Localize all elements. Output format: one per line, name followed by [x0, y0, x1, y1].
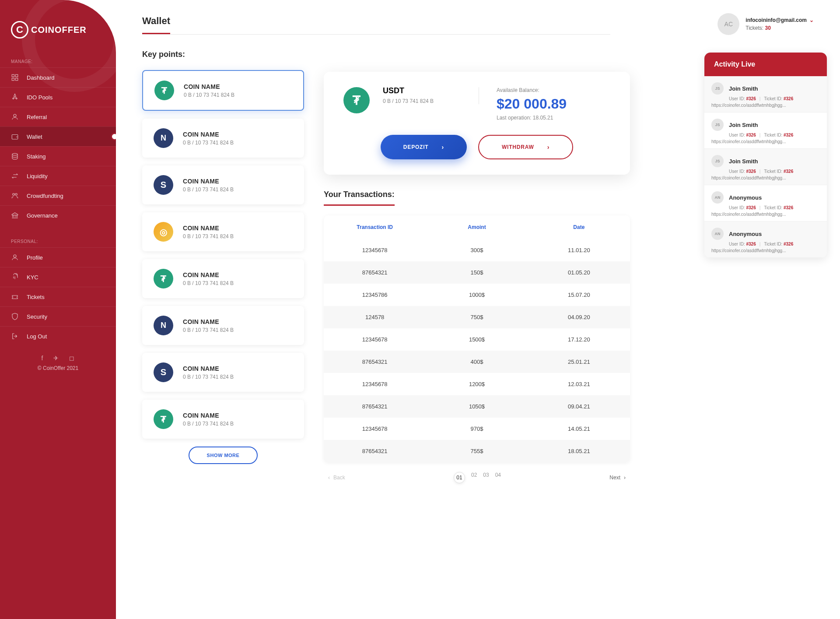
activity-meta: User ID: #326|Ticket ID: #326: [729, 242, 820, 246]
page-03[interactable]: 03: [483, 472, 489, 483]
activity-avatar: JS: [711, 119, 724, 131]
table-row[interactable]: 87654321400$25.01.21: [324, 351, 630, 373]
sidebar-item-profile[interactable]: Profile: [0, 247, 116, 267]
coin-sub: 0 B / 10 73 741 824 B: [183, 186, 234, 193]
coin-sub: 0 B / 10 73 741 824 B: [183, 140, 234, 146]
tx-amount: 1050$: [426, 403, 528, 410]
sidebar-item-log-out[interactable]: Log Out: [0, 326, 116, 346]
activity-item[interactable]: JSJoin Smith User ID: #326|Ticket ID: #3…: [704, 76, 827, 113]
usdt-icon: ₮: [343, 87, 370, 113]
balance-coin-name: USDT: [383, 86, 479, 95]
table-row[interactable]: 87654321755$18.05.21: [324, 440, 630, 462]
available-balance-label: Availasle Balance:: [497, 87, 610, 93]
user-tickets: Tickets: 30: [746, 25, 814, 31]
sidebar-item-label: Staking: [27, 153, 46, 160]
page-02[interactable]: 02: [471, 472, 477, 483]
rocket-icon: [11, 93, 19, 101]
coin-name: COIN NAME: [183, 225, 234, 232]
table-row[interactable]: 876543211050$09.04.21: [324, 395, 630, 418]
tx-date: 14.05.21: [528, 426, 630, 432]
back-button[interactable]: ‹Back: [328, 475, 345, 481]
withdraw-button[interactable]: WITHDRAW›: [478, 135, 573, 159]
activity-link: https://coinofer.co/asddffwtmhbgjhgg...: [711, 212, 820, 217]
sidebar-item-crowdfundting[interactable]: Crowdfundting: [0, 186, 116, 205]
coin-card[interactable]: ₮COIN NAME0 B / 10 73 741 824 B: [142, 259, 304, 298]
user-email: infocoininfo@gmail.com⌄: [746, 17, 814, 23]
sidebar-item-tickets[interactable]: Tickets: [0, 287, 116, 306]
activity-name: Anonymous: [729, 231, 762, 237]
sidebar-item-ido-pools[interactable]: IDO Pools: [0, 87, 116, 107]
chevron-right-icon: ›: [624, 475, 626, 481]
sidebar-item-label: Governance: [27, 212, 58, 219]
activity-name: Join Smith: [729, 122, 758, 128]
coin-card[interactable]: SCOIN NAME0 B / 10 73 741 824 B: [142, 165, 304, 204]
table-row[interactable]: 12345678300$11.01.20: [324, 239, 630, 261]
avatar: AC: [718, 13, 739, 35]
col-amount[interactable]: Amoint: [426, 224, 528, 230]
activity-item[interactable]: JSJoin Smith User ID: #326|Ticket ID: #3…: [704, 113, 827, 149]
coin-card[interactable]: NCOIN NAME0 B / 10 73 741 824 B: [142, 119, 304, 158]
sidebar-item-governance[interactable]: Governance: [0, 205, 116, 225]
coin-card[interactable]: SCOIN NAME0 B / 10 73 741 824 B: [142, 353, 304, 392]
show-more-button[interactable]: SHOW MORE: [189, 447, 258, 464]
table-row[interactable]: 124578750$04.09.20: [324, 306, 630, 328]
activity-name: Join Smith: [729, 85, 758, 92]
activity-link: https://coinofer.co/asddffwtmhbgjhgg...: [711, 139, 820, 144]
balance-amount: $20 000.89: [497, 96, 610, 112]
activity-item[interactable]: ANAnonymous User ID: #326|Ticket ID: #32…: [704, 185, 827, 222]
coin-sub: 0 B / 10 73 741 824 B: [183, 280, 234, 286]
activity-item[interactable]: JSJoin Smith User ID: #326|Ticket ID: #3…: [704, 149, 827, 185]
activity-panel: Activity Live JSJoin Smith User ID: #326…: [704, 53, 827, 258]
deposit-button[interactable]: DEPOZIT›: [381, 135, 467, 159]
sidebar-item-label: IDO Pools: [27, 94, 52, 101]
activity-item[interactable]: ANAnonymous User ID: #326|Ticket ID: #32…: [704, 222, 827, 258]
logo[interactable]: C COINOFFER: [0, 0, 116, 54]
coin-card[interactable]: ₮COIN NAME0 B / 10 73 741 824 B: [142, 400, 304, 439]
sidebar-item-wallet[interactable]: Wallet: [0, 127, 116, 146]
crowd-icon: [11, 192, 19, 200]
activity-avatar: AN: [711, 228, 724, 240]
col-transaction-id[interactable]: Transaction ID: [324, 224, 426, 230]
activity-link: https://coinofer.co/asddffwtmhbgjhgg...: [711, 248, 820, 253]
sidebar-item-label: Crowdfundting: [27, 193, 63, 199]
tx-amount: 1500$: [426, 336, 528, 343]
sidebar-item-label: Log Out: [27, 333, 47, 340]
next-button[interactable]: Next›: [609, 475, 626, 481]
sidebar-item-staking[interactable]: Staking: [0, 146, 116, 166]
tx-amount: 300$: [426, 247, 528, 253]
coin-card[interactable]: ◎COIN NAME0 B / 10 73 741 824 B: [142, 212, 304, 251]
page-04[interactable]: 04: [495, 472, 501, 483]
tx-date: 25.01.21: [528, 359, 630, 365]
coin-icon: ₮: [154, 81, 174, 100]
table-row[interactable]: 123456781200$12.03.21: [324, 373, 630, 395]
coin-card[interactable]: ₮COIN NAME0 B / 10 73 741 824 B: [142, 70, 304, 111]
sidebar-item-dashboard[interactable]: Dashboard: [0, 67, 116, 87]
activity-link: https://coinofer.co/asddffwtmhbgjhgg...: [711, 176, 820, 180]
col-date[interactable]: Date: [528, 224, 630, 230]
sidebar-item-security[interactable]: Security: [0, 306, 116, 326]
telegram-icon[interactable]: ✈: [53, 355, 59, 362]
coin-sub: 0 B / 10 73 741 824 B: [184, 92, 234, 98]
tx-date: 01.05.20: [528, 269, 630, 276]
table-row[interactable]: 123457861000$15.07.20: [324, 284, 630, 306]
coin-icon: N: [154, 316, 173, 335]
logo-icon: C: [11, 21, 28, 39]
activity-name: Join Smith: [729, 158, 758, 165]
instagram-icon[interactable]: ◻: [69, 355, 74, 362]
sidebar-item-referral[interactable]: Referral: [0, 107, 116, 127]
sidebar-item-kyc[interactable]: KYC: [0, 267, 116, 287]
svg-point-7: [13, 193, 15, 196]
balance-card: ₮ USDT 0 B / 10 73 741 824 B Availasle B…: [324, 72, 630, 175]
dashboard-icon: [11, 74, 19, 81]
coin-card[interactable]: NCOIN NAME0 B / 10 73 741 824 B: [142, 306, 304, 345]
user-menu[interactable]: AC infocoininfo@gmail.com⌄ Tickets: 30: [718, 13, 814, 35]
table-row[interactable]: 87654321150$01.05.20: [324, 261, 630, 284]
table-row[interactable]: 12345678970$14.05.21: [324, 418, 630, 440]
tx-id: 87654321: [324, 269, 426, 276]
table-row[interactable]: 123456781500$17.12.20: [324, 328, 630, 351]
tx-date: 04.09.20: [528, 314, 630, 320]
facebook-icon[interactable]: f: [42, 355, 43, 362]
balance-coin-sub: 0 B / 10 73 741 824 B: [383, 98, 479, 104]
sidebar-item-liquidity[interactable]: Liquidity: [0, 166, 116, 186]
page-01[interactable]: 01: [454, 472, 465, 483]
